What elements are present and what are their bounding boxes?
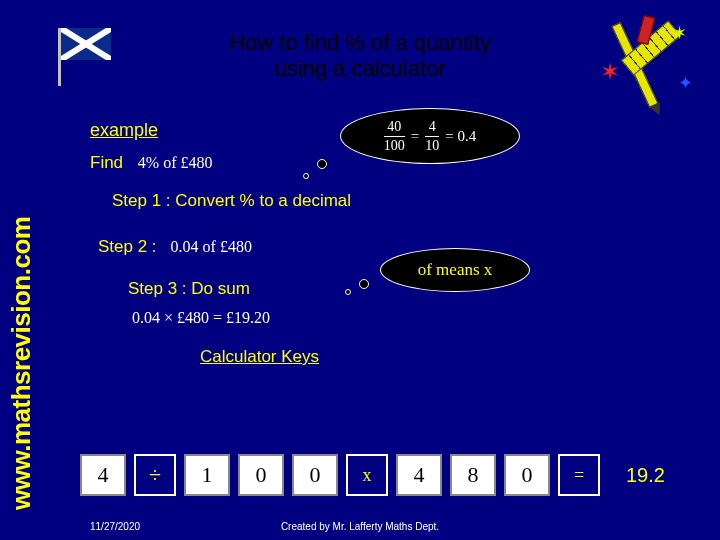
- frac-den-1: 100: [384, 139, 405, 153]
- step-3-expression: 0.04 × £480 = £19.20: [132, 309, 690, 327]
- key-1: 1: [184, 454, 230, 496]
- slide-title: How to find % of a quantity using a calc…: [140, 30, 580, 83]
- fraction-thought-bubble: 40 100 = 4 10 = 0.4: [340, 108, 520, 164]
- website-url: www.mathsrevision.com: [6, 217, 37, 510]
- step-1-text: Step 1 : Convert % to a decimal: [112, 191, 690, 211]
- step-3-text: Step 3 : Do sum: [128, 279, 250, 298]
- math-tools-illustration: ✶ ✶ ✦: [590, 10, 700, 110]
- frac-result: = 0.4: [445, 128, 476, 145]
- frac-eq-1: =: [411, 128, 419, 145]
- calc-answer: 19.2: [626, 464, 665, 487]
- key-0c: 0: [504, 454, 550, 496]
- title-line-1: How to find % of a quantity: [229, 30, 491, 55]
- title-line-2: using a calculator: [274, 56, 445, 81]
- find-label: Find: [90, 153, 123, 172]
- key-multiply: x: [346, 454, 388, 496]
- decimal-point-indicator: [306, 488, 312, 494]
- key-4: 4: [80, 454, 126, 496]
- saltire-flag-icon: [58, 28, 126, 68]
- frac-num-1: 40: [387, 120, 401, 134]
- of-means-x-bubble: of means x: [380, 248, 530, 292]
- key-divide: ÷: [134, 454, 176, 496]
- find-expression: 4% of £480: [138, 154, 213, 172]
- calculator-keys-heading: Calculator Keys: [200, 347, 690, 367]
- step-2-expression: 0.04 of £480: [171, 238, 252, 256]
- of-means-x-text: of means x: [418, 260, 493, 280]
- key-0b: 0: [292, 454, 338, 496]
- frac-den-2: 10: [425, 139, 439, 153]
- frac-num-2: 4: [429, 120, 436, 134]
- calculator-keys-row: 4 ÷ 1 0 0 x 4 8 0 = 19.2: [80, 454, 665, 496]
- key-8: 8: [450, 454, 496, 496]
- key-4b: 4: [396, 454, 442, 496]
- step-2-label: Step 2 :: [98, 237, 157, 257]
- key-equals: =: [558, 454, 600, 496]
- key-0a: 0: [238, 454, 284, 496]
- footer-credit: Created by Mr. Lafferty Maths Dept.: [0, 521, 720, 532]
